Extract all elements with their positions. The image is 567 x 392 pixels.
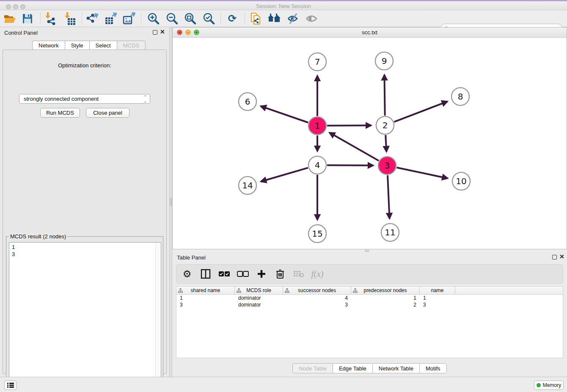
graph-edge-3-1[interactable] <box>330 133 379 160</box>
graph-node-7[interactable]: 7 <box>308 53 326 71</box>
vertical-splitter[interactable] <box>169 27 172 377</box>
column-panel-icon[interactable] <box>198 267 214 281</box>
graph-node-9[interactable]: 9 <box>375 52 393 70</box>
graph-node-3[interactable]: 3 <box>378 157 396 174</box>
graph-edge-4-14[interactable] <box>261 168 308 181</box>
cell-successor-nodes[interactable]: 4 <box>283 295 351 301</box>
column-header[interactable]: successor nodes <box>283 287 351 294</box>
graph-edge-2-9[interactable] <box>384 75 385 116</box>
table-row[interactable]: 1 dominator 4 1 1 <box>176 295 563 301</box>
cell-mcds-role[interactable]: dominator <box>235 301 283 308</box>
cell-mcds-role[interactable]: dominator <box>235 295 283 301</box>
save-session-icon[interactable] <box>20 12 35 25</box>
tab-edge-table[interactable]: Edge Table <box>333 363 372 373</box>
tab-network[interactable]: Network <box>32 41 65 50</box>
add-column-icon[interactable] <box>253 267 270 281</box>
graph-edge-3-10[interactable] <box>397 168 448 178</box>
graph-node-label: 9 <box>382 56 387 66</box>
float-table-panel-icon[interactable] <box>552 255 557 259</box>
tab-node-table[interactable]: Node Table <box>292 363 333 373</box>
column-header[interactable]: shared name <box>176 287 235 294</box>
select-all-icon[interactable] <box>216 267 232 281</box>
tab-network-table[interactable]: Network Table <box>372 363 419 373</box>
table-settings-icon[interactable]: ⚙ <box>179 267 195 281</box>
graph-node-10[interactable]: 10 <box>452 172 470 190</box>
network-canvas[interactable]: 7968124314101511 <box>173 38 567 249</box>
cell-name[interactable]: 1 <box>420 295 455 301</box>
memory-button[interactable]: Memory <box>534 381 564 390</box>
tab-mcds[interactable]: MCDS <box>117 41 146 50</box>
close-panel-icon[interactable]: ✕ <box>160 29 165 35</box>
graph-node-label: 11 <box>385 227 395 237</box>
graph-node-8[interactable]: 8 <box>451 88 469 105</box>
main-toolbar: ⟳ <box>0 10 567 27</box>
deselect-all-icon[interactable] <box>235 267 251 281</box>
import-table-icon[interactable] <box>63 12 77 25</box>
float-panel-icon[interactable] <box>153 30 157 35</box>
graph-node-14[interactable]: 14 <box>239 177 256 194</box>
open-session-icon[interactable] <box>3 12 17 25</box>
tab-select[interactable]: Select <box>89 41 117 50</box>
graph-node-1[interactable]: 1 <box>308 117 326 135</box>
column-header[interactable]: predecessor nodes <box>351 287 420 294</box>
tab-motifs[interactable]: Motifs <box>419 363 447 373</box>
import-network-icon[interactable] <box>43 12 58 25</box>
zoom-in-icon[interactable] <box>146 12 160 25</box>
refresh-icon[interactable]: ⟳ <box>225 12 239 25</box>
cell-shared-name[interactable]: 1 <box>176 295 235 301</box>
export-table-icon[interactable] <box>104 12 118 25</box>
zoom-out-icon[interactable] <box>165 12 179 25</box>
export-network-icon[interactable] <box>85 12 99 25</box>
tab-style[interactable]: Style <box>65 41 89 50</box>
column-header[interactable]: name <box>420 287 455 294</box>
result-scrollbar[interactable] <box>155 243 161 392</box>
column-label: MCDS role <box>246 287 271 293</box>
criterion-value: strongly connected component <box>24 96 99 102</box>
graph-node-label: 4 <box>315 160 320 170</box>
cell-predecessor-nodes[interactable]: 2 <box>351 301 420 308</box>
run-mcds-button[interactable]: Run MCDS <box>40 108 80 118</box>
criterion-select[interactable]: strongly connected component ⌃⌄ <box>19 94 150 104</box>
graph-node-15[interactable]: 15 <box>308 225 326 243</box>
delete-column-icon[interactable] <box>272 267 288 281</box>
graph-node-6[interactable]: 6 <box>239 93 256 110</box>
splitter-grip[interactable] <box>170 198 172 206</box>
graph-edge-4-3[interactable] <box>327 165 373 166</box>
task-history-button[interactable] <box>4 381 17 390</box>
graph-edge-2-3[interactable] <box>385 135 386 152</box>
attribute-icon <box>353 288 358 293</box>
close-table-panel-icon[interactable]: ✕ <box>559 254 564 259</box>
graph-node-11[interactable]: 11 <box>381 224 399 241</box>
splitter-grip[interactable] <box>365 250 369 252</box>
attribute-icon <box>285 288 289 293</box>
duplicate-network-icon[interactable] <box>249 12 263 25</box>
mcds-result-line: 3 <box>12 251 161 258</box>
control-panel-header: Control Panel ✕ <box>0 27 169 38</box>
graph-node-2[interactable]: 2 <box>376 116 394 134</box>
home-icon[interactable] <box>267 12 281 25</box>
cell-predecessor-nodes[interactable]: 1 <box>351 295 420 301</box>
graph-edge-1-6[interactable] <box>261 106 308 123</box>
control-panel: Control Panel ✕ Network Style Select MCD… <box>0 27 169 377</box>
graph-node-4[interactable]: 4 <box>308 156 326 174</box>
cell-shared-name[interactable]: 3 <box>176 301 235 308</box>
zoom-selected-icon[interactable] <box>201 12 216 25</box>
close-panel-button[interactable]: Close panel <box>86 108 129 118</box>
graph-edge-2-8[interactable] <box>394 102 447 122</box>
toolbar-separator <box>220 13 221 25</box>
export-image-icon[interactable] <box>122 12 136 25</box>
horizontal-splitter[interactable] <box>172 249 567 252</box>
graph-edge-1-2[interactable] <box>327 125 371 126</box>
window-title: Session: New Session <box>0 3 567 9</box>
window-titlebar: Session: New Session <box>0 1 567 10</box>
hide-graphics-icon[interactable] <box>286 12 300 25</box>
network-view-window: ✕ − + scc.txt 7968124314101511 <box>172 27 567 249</box>
column-header[interactable]: MCDS role <box>235 287 283 294</box>
mcds-result-textarea[interactable]: 1 3 <box>9 242 161 392</box>
graph-edge-3-11[interactable] <box>388 175 390 218</box>
cell-name[interactable]: 3 <box>420 301 455 308</box>
cell-successor-nodes[interactable]: 3 <box>283 301 351 308</box>
table-row[interactable]: 3 dominator 3 2 3 <box>176 301 563 308</box>
zoom-fit-icon[interactable] <box>183 12 197 25</box>
toolbar-separator <box>141 13 141 25</box>
